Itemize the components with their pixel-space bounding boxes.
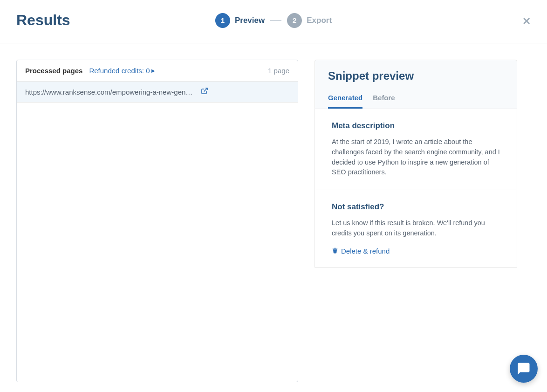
not-satisfied-text: Let us know if this result is broken. We… — [332, 218, 500, 239]
snippet-header: Snippet preview Generated Before — [315, 60, 517, 109]
meta-description-section: Meta description At the start of 2019, I… — [315, 109, 517, 190]
step-export[interactable]: 2 Export — [287, 13, 332, 28]
panel-header: Processed pages Refunded credits: 0 ▶ 1 … — [17, 60, 298, 82]
chat-button[interactable] — [510, 355, 538, 383]
step-divider — [270, 20, 281, 21]
tab-before[interactable]: Before — [373, 94, 395, 109]
step-number-2: 2 — [287, 13, 302, 28]
snippet-body: Meta description At the start of 2019, I… — [315, 109, 517, 268]
url-text: https://www.ranksense.com/empowering-a-n… — [25, 88, 192, 96]
meta-description-title: Meta description — [332, 121, 500, 131]
step-label-export: Export — [307, 16, 332, 25]
not-satisfied-title: Not satisfied? — [332, 202, 500, 212]
external-link-icon[interactable] — [201, 87, 208, 96]
header: Results 1 Preview 2 Export ✕ — [0, 0, 547, 43]
chevron-right-icon: ▶ — [151, 68, 155, 73]
chat-icon — [517, 362, 531, 376]
svg-line-0 — [204, 88, 207, 91]
tabs: Generated Before — [328, 94, 504, 109]
trash-icon — [332, 247, 338, 255]
delete-refund-label: Delete & refund — [341, 247, 390, 255]
url-row[interactable]: https://www.ranksense.com/empowering-a-n… — [17, 82, 298, 103]
content: Processed pages Refunded credits: 0 ▶ 1 … — [0, 43, 547, 392]
processed-pages-label: Processed pages — [25, 67, 82, 75]
snippet-preview-panel: Snippet preview Generated Before Meta de… — [315, 60, 517, 382]
meta-description-text: At the start of 2019, I wrote an article… — [332, 137, 500, 178]
delete-refund-button[interactable]: Delete & refund — [332, 247, 500, 255]
step-number-1: 1 — [215, 13, 230, 28]
refunded-credits-text: Refunded credits: 0 — [89, 67, 150, 75]
processed-pages-panel: Processed pages Refunded credits: 0 ▶ 1 … — [16, 60, 298, 382]
step-preview[interactable]: 1 Preview — [215, 13, 265, 28]
not-satisfied-section: Not satisfied? Let us know if this resul… — [315, 190, 517, 267]
stepper: 1 Preview 2 Export — [215, 13, 332, 28]
step-label-preview: Preview — [235, 16, 265, 25]
refunded-credits-link[interactable]: Refunded credits: 0 ▶ — [89, 67, 155, 75]
page-count: 1 page — [268, 67, 289, 75]
snippet-title: Snippet preview — [328, 69, 504, 83]
page-title: Results — [16, 12, 70, 29]
tab-generated[interactable]: Generated — [328, 94, 362, 109]
close-icon[interactable]: ✕ — [522, 15, 531, 28]
panel-header-left: Processed pages Refunded credits: 0 ▶ — [25, 67, 155, 75]
